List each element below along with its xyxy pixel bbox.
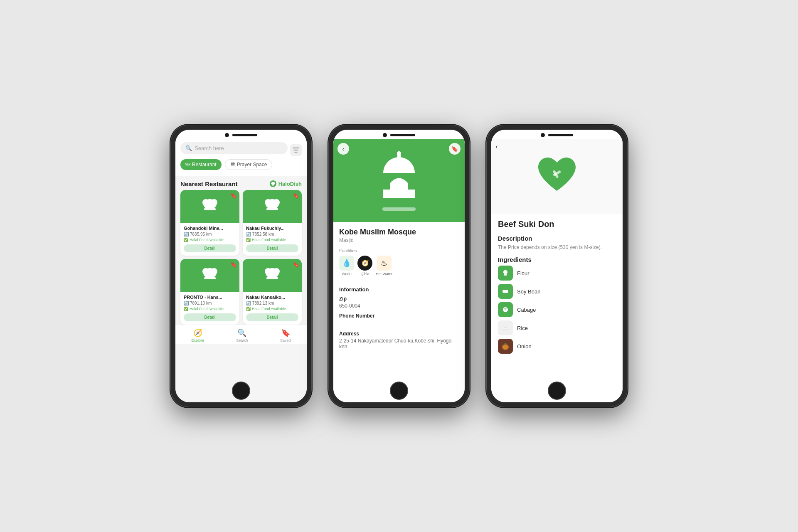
card-name-0: Gohandoki Mine... [184,226,236,231]
camera-2 [383,133,387,137]
notch-area-3 [491,130,623,139]
description-title: Description [498,235,616,242]
card-distance-2: 🔄 7891.10 km [184,301,236,305]
bookmark-mosque[interactable]: 🔖 [449,143,461,155]
tab-prayer-space[interactable]: 🏛 Prayer Space [225,159,273,170]
facility-qibla-label: Qibla [360,272,369,276]
card-image-3: 🔖 [243,259,302,292]
svg-point-9 [265,199,271,206]
wudu-icon: 💧 [342,259,351,268]
bottom-nav: 🧭 Explore 🔍 Search 🔖 Saved [175,325,307,344]
svg-point-35 [505,327,506,328]
svg-rect-15 [204,277,216,279]
tab-restaurant-icon: 🍽 [185,162,190,167]
saved-icon: 🔖 [281,328,290,337]
filter-button[interactable] [290,144,302,156]
card-image-2: 🔖 [180,259,239,292]
card-name-2: PRONTO - Kans... [184,295,236,300]
svg-point-18 [273,268,280,275]
tab-restaurant[interactable]: 🍽 Restaurant [180,159,222,170]
screen-1-content: 🔍 Search here 🍽 [175,139,307,402]
address-label: Address [339,331,459,337]
bookmark-icon-0[interactable]: 🔖 [230,192,237,199]
phone-3: ‹ Beef Suki Don Description The Price de… [486,125,628,407]
restaurant-card-1[interactable]: 🔖 Nakau Fukuchiy... 🔄 7852.58 km ✅ Halal… [243,190,302,256]
svg-point-14 [211,268,217,275]
camera-3 [541,133,545,137]
card-distance-3: 🔄 7892.13 km [246,301,298,305]
bookmark-icon-3[interactable]: 🔖 [293,261,299,268]
search-icon: 🔍 [185,145,192,151]
hotwater-icon: ♨ [381,259,387,268]
mosque-info: Kobe Muslim Mosque Masjid Facilities 💧 W… [333,222,465,402]
qibla-icon: 🧭 [362,260,369,266]
svg-point-10 [273,199,280,206]
facilities-title: Facilities [339,248,459,253]
mosque-name: Kobe Muslim Mosque [339,228,459,236]
search-nav-icon: 🔍 [237,328,246,337]
food-description: The Price depends on size (530 yen is M-… [498,244,616,250]
brand-name: HaloDish [278,181,302,187]
bookmark-icon-1[interactable]: 🔖 [293,192,299,199]
bookmark-icon-2[interactable]: 🔖 [230,261,237,268]
phone-1: 🔍 Search here 🍽 [170,125,312,407]
home-button-1[interactable] [232,382,250,400]
ingredient-soybean: Soy Bean [498,284,616,299]
soybean-name: Soy Bean [517,288,540,295]
svg-point-13 [202,268,209,275]
rice-icon [498,320,513,335]
svg-point-29 [505,290,508,293]
card-halal-2: ✅ Halal Food Available [184,307,236,311]
address-value: 2-25-14 Nakayamatedor Chuo-ku,Kobe-shi, … [339,338,459,350]
svg-point-5 [202,199,209,206]
screen-3-content: ‹ Beef Suki Don Description The Price de… [491,139,623,402]
svg-point-36 [506,327,507,328]
home-button-2[interactable] [390,382,408,400]
card-name-1: Nakau Fukuchiy... [246,226,298,231]
detail-button-1[interactable]: Detail [246,244,298,252]
home-button-3[interactable] [548,382,566,400]
food-name: Beef Suki Don [498,219,616,229]
search-bar[interactable]: 🔍 Search here [180,142,288,154]
ingredient-onion: Onion [498,339,616,354]
facility-qibla: 🧭 Qibla [357,256,372,276]
svg-rect-19 [266,277,278,279]
info-section-title: Information [339,286,459,293]
explore-icon: 🧭 [193,328,202,337]
restaurant-card-2[interactable]: 🔖 PRONTO - Kans... 🔄 7891.10 km ✅ Halal … [180,259,239,325]
nav-saved[interactable]: 🔖 Saved [280,328,291,342]
svg-point-38 [503,345,508,349]
onion-name: Onion [517,343,532,350]
nav-search-label: Search [236,338,248,342]
food-hero: ‹ [491,139,623,214]
facility-wudu: 💧 Wudu [339,256,354,276]
onion-icon [498,339,513,354]
back-button-3[interactable]: ‹ [495,143,498,150]
detail-button-0[interactable]: Detail [184,244,236,252]
detail-button-2[interactable]: Detail [184,313,236,321]
svg-point-17 [265,268,271,275]
svg-rect-7 [204,208,216,210]
wudu-icon-wrap: 💧 [339,256,354,271]
nav-saved-label: Saved [280,338,291,342]
svg-point-24 [397,151,401,155]
restaurant-card-0[interactable]: 🔖 Gohandoki Mine... 🔄 7835.95 km ✅ Halal… [180,190,239,256]
ingredient-flour: Flour [498,266,616,281]
nav-explore-label: Explore [192,338,204,342]
back-button-2[interactable]: ‹ [337,143,349,155]
nav-search[interactable]: 🔍 Search [236,328,248,342]
screen-2-content: ‹ 🔖 [333,139,465,402]
svg-point-39 [505,343,506,345]
detail-button-3[interactable]: Detail [246,313,298,321]
phone-label: Phone Number [339,313,459,319]
restaurant-card-3[interactable]: 🔖 Nakau Kansaiko... 🔄 7892.13 km ✅ Halal… [243,259,302,325]
food-info: Beef Suki Don Description The Price depe… [491,214,623,402]
restaurant-grid: 🔖 Gohandoki Mine... 🔄 7835.95 km ✅ Halal… [175,190,307,325]
soybean-icon [498,284,513,299]
notch-area-2 [333,130,465,139]
nav-explore[interactable]: 🧭 Explore [192,328,204,342]
mosque-progress-bar [382,207,416,211]
facilities-list: 💧 Wudu 🧭 Qibla ♨ [339,256,459,276]
facility-wudu-label: Wudu [342,272,351,276]
facility-hotwater-label: Hot Water [376,272,392,276]
